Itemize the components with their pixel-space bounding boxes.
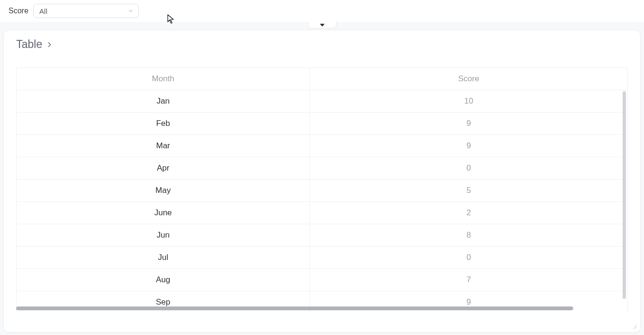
cell-score: 2 <box>310 202 628 224</box>
table-row[interactable]: Jul 0 <box>17 247 628 269</box>
cell-month: May <box>17 180 310 202</box>
cell-month: Apr <box>17 157 310 180</box>
table-panel: Table Month Score Jan 10 <box>4 30 640 332</box>
table-row[interactable]: Feb 9 <box>17 113 628 135</box>
chevron-right-icon <box>46 41 53 48</box>
cell-score: 8 <box>310 224 628 247</box>
expand-panel-handle[interactable] <box>308 22 336 29</box>
filter-label: Score <box>9 7 29 15</box>
cell-month: Jul <box>17 247 310 269</box>
svg-marker-0 <box>320 24 325 27</box>
vertical-scrollbar[interactable] <box>623 91 626 299</box>
column-header-score[interactable]: Score <box>310 68 628 90</box>
cell-month: Mar <box>17 135 310 157</box>
filter-bar: Score All <box>0 0 644 22</box>
data-table: Month Score Jan 10 Feb 9 Mar 9 <box>16 67 628 312</box>
resize-handle-icon[interactable] <box>632 324 637 329</box>
page-body: Table Month Score Jan 10 <box>0 22 644 335</box>
cell-score: 0 <box>310 157 628 180</box>
panel-title[interactable]: Table <box>4 38 53 51</box>
table-row[interactable]: May 5 <box>17 180 628 202</box>
score-filter-select[interactable]: All <box>33 4 139 18</box>
score-filter-value: All <box>39 7 48 15</box>
cell-score: 7 <box>310 269 628 291</box>
table-row[interactable]: June 2 <box>17 202 628 224</box>
table-row[interactable]: Apr 0 <box>17 157 628 180</box>
horizontal-scrollbar[interactable] <box>16 306 573 310</box>
cell-score: 9 <box>310 113 628 135</box>
cell-month: Aug <box>17 269 310 291</box>
table-row[interactable]: Mar 9 <box>17 135 628 157</box>
chevron-down-icon <box>128 8 134 14</box>
cell-month: Jan <box>17 90 310 113</box>
svg-line-2 <box>635 327 637 329</box>
cell-score: 9 <box>310 135 628 157</box>
column-header-month[interactable]: Month <box>17 68 310 90</box>
table-header-row: Month Score <box>17 68 628 90</box>
table-row[interactable]: Aug 7 <box>17 269 628 291</box>
table-wrap: Month Score Jan 10 Feb 9 Mar 9 <box>16 67 628 312</box>
table-row[interactable]: Jun 8 <box>17 224 628 247</box>
panel-title-text: Table <box>16 38 42 51</box>
cell-score: 5 <box>310 180 628 202</box>
cell-month: Jun <box>17 224 310 247</box>
svg-line-1 <box>633 325 637 329</box>
cell-month: June <box>17 202 310 224</box>
cell-score: 0 <box>310 247 628 269</box>
cell-month: Feb <box>17 113 310 135</box>
table-row[interactable]: Jan 10 <box>17 90 628 113</box>
cell-score: 10 <box>310 90 628 113</box>
